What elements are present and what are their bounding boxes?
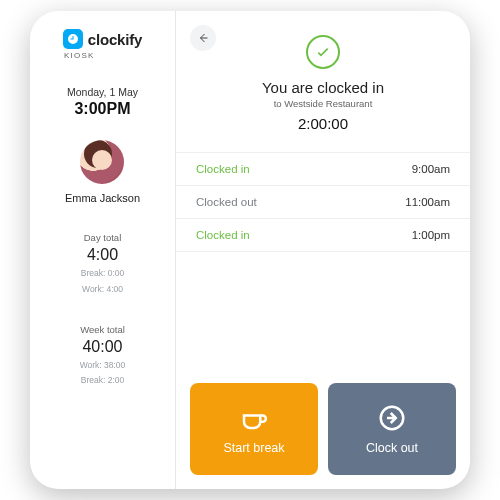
coffee-cup-icon — [239, 403, 269, 433]
log-time: 11:00am — [405, 196, 450, 208]
week-total-block: Week total 40:00 Work: 38:00 Break: 2:00 — [40, 324, 165, 388]
day-total-block: Day total 4:00 Break: 0:00 Work: 4:00 — [40, 232, 165, 296]
back-button[interactable] — [190, 25, 216, 51]
arrow-left-icon — [197, 32, 209, 44]
log-label: Clocked out — [196, 196, 257, 208]
clock-out-label: Clock out — [366, 441, 418, 455]
status-area: You are clocked in to Westside Restauran… — [176, 25, 470, 138]
main-panel: You are clocked in to Westside Restauran… — [176, 11, 470, 489]
check-circle-icon — [306, 35, 340, 69]
current-datetime: Monday, 1 May 3:00PM — [67, 86, 138, 118]
brand-name: clockify — [88, 31, 142, 48]
user-name: Emma Jackson — [65, 192, 140, 204]
log-label: Clocked in — [196, 163, 250, 175]
status-title: You are clocked in — [196, 79, 450, 96]
time-log-list: Clocked in9:00amClocked out11:00amClocke… — [176, 152, 470, 252]
week-total-value: 40:00 — [40, 338, 165, 356]
log-row: Clocked in1:00pm — [176, 219, 470, 252]
day-total-value: 4:00 — [40, 246, 165, 264]
log-time: 9:00am — [412, 163, 450, 175]
day-total-label: Day total — [40, 232, 165, 243]
clockify-logo-icon — [63, 29, 83, 49]
log-label: Clocked in — [196, 229, 250, 241]
log-time: 1:00pm — [412, 229, 450, 241]
start-break-button[interactable]: Start break — [190, 383, 318, 475]
user-block: Emma Jackson — [65, 140, 140, 204]
week-total-label: Week total — [40, 324, 165, 335]
current-time: 3:00PM — [67, 100, 138, 118]
status-subtitle: to Westside Restaurant — [196, 98, 450, 109]
current-date: Monday, 1 May — [67, 86, 138, 98]
log-row: Clocked in9:00am — [176, 152, 470, 186]
action-bar: Start break Clock out — [176, 383, 470, 489]
day-work: Work: 4:00 — [40, 283, 165, 296]
brand-subtitle: KIOSK — [64, 51, 94, 60]
kiosk-device-frame: clockify KIOSK Monday, 1 May 3:00PM Emma… — [30, 11, 470, 489]
brand: clockify — [63, 29, 142, 49]
user-avatar — [80, 140, 124, 184]
arrow-right-circle-icon — [377, 403, 407, 433]
sidebar: clockify KIOSK Monday, 1 May 3:00PM Emma… — [30, 11, 176, 489]
day-break: Break: 0:00 — [40, 267, 165, 280]
week-break: Break: 2:00 — [40, 374, 165, 387]
start-break-label: Start break — [223, 441, 284, 455]
week-work: Work: 38:00 — [40, 359, 165, 372]
clock-out-button[interactable]: Clock out — [328, 383, 456, 475]
session-timer: 2:00:00 — [196, 115, 450, 132]
log-row: Clocked out11:00am — [176, 186, 470, 219]
